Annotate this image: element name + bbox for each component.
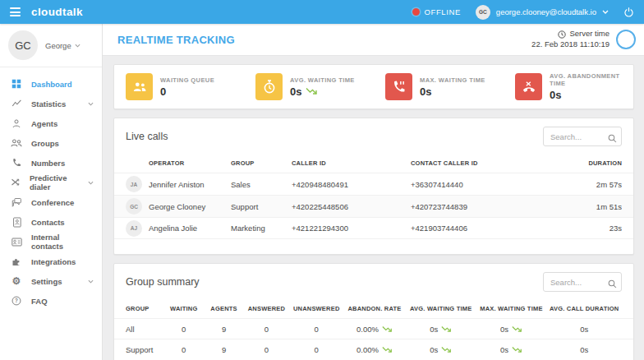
offline-dot-icon (412, 8, 420, 16)
sidebar-item-faq[interactable]: ? FAQ (0, 291, 102, 311)
group-name: All (126, 325, 163, 334)
sidebar-item-integrations[interactable]: Integrations (0, 252, 102, 271)
max-waiting-time: 0s (476, 345, 547, 354)
avg-waiting-time: 0s (406, 345, 476, 354)
sidebar-item-contacts[interactable]: Contacts (0, 212, 102, 232)
agents: 9 (205, 345, 244, 354)
agents: 9 (205, 325, 244, 334)
operator-name: Angelina Jolie (149, 224, 231, 233)
sidebar-item-internal-contacts[interactable]: Internal contacts (0, 232, 102, 252)
chevron-down-icon (602, 10, 609, 14)
user-name-dropdown[interactable]: George (45, 41, 80, 50)
avatar: JA (126, 176, 142, 192)
offline-label: OFFLINE (425, 7, 461, 16)
server-time-value: 22. Feb 2018 11:10:19 (531, 39, 610, 50)
sidebar: GC George Dashboard Statistics (0, 24, 103, 360)
col-abandon-rate: ABANDON. RATE (343, 305, 406, 312)
trend-down-icon (441, 325, 452, 333)
group-name: Support (126, 345, 163, 354)
chevron-down-icon (75, 44, 80, 48)
user-menu[interactable]: GC george.clooney@cloudtalk.io (476, 5, 609, 20)
live-calls-card: Live calls OPERATOR GROUP CALLER ID CO (113, 118, 634, 255)
faq-question-icon: ? (11, 296, 22, 306)
dashboard-icon (11, 79, 22, 89)
avatar: GC (8, 30, 38, 60)
server-time-label: Server time (569, 29, 610, 39)
sidebar-item-statistics[interactable]: Statistics (0, 94, 102, 113)
group-summary-title: Group summary (126, 276, 200, 288)
live-calls-title: Live calls (126, 131, 168, 142)
waiting: 0 (163, 325, 205, 334)
col-contact-caller-id: CONTACT CALLER ID (411, 159, 540, 167)
stat-waiting-queue: WAITING QUEUE 0 (114, 73, 244, 100)
phone-paused-icon (385, 73, 412, 100)
group-summary-search (543, 272, 622, 292)
sidebar-item-settings[interactable]: ⚙ Settings (0, 271, 102, 291)
contact-caller-id: +36307414440 (411, 180, 540, 189)
chevron-down-icon (88, 181, 94, 185)
server-time: Server time 22. Feb 2018 11:10:19 (531, 29, 610, 50)
sidebar-item-dashboard[interactable]: Dashboard (0, 74, 102, 94)
answered: 0 (244, 325, 290, 334)
avg-waiting-time: 0s (406, 325, 476, 334)
statistics-icon (11, 99, 22, 108)
user-email: george.clooney@cloudtalk.io (496, 7, 596, 16)
col-caller-id: CALLER ID (292, 159, 411, 167)
table-row: JA Jennifer Aniston Sales +420948480491 … (114, 173, 633, 195)
hamburger-menu-icon[interactable] (10, 7, 21, 16)
stat-value: 0 (160, 85, 214, 98)
duration: 23s (540, 224, 622, 233)
col-avg-waiting-time: AVG. WAITING TIME (406, 305, 476, 312)
trend-down-icon (512, 325, 522, 333)
sidebar-item-numbers[interactable]: Numbers (0, 153, 102, 173)
search-icon[interactable] (608, 132, 617, 146)
operator-name: Jennifer Aniston (149, 180, 231, 189)
avg-call-duration: 0s (546, 325, 622, 334)
col-avg-call-duration: AVG. CALL DURATION (546, 305, 622, 312)
stat-label: AVG. ABANDONMENT TIME (550, 72, 633, 87)
gear-icon: ⚙ (11, 276, 22, 286)
trend-down-icon (441, 346, 452, 353)
group-summary-table: GROUP WAITING AGENTS ANSWERED UNANSWERED… (114, 293, 633, 359)
avg-call-duration: 0s (546, 345, 622, 354)
table-row: All 0 9 0 0 0.00% 0s 0s 0s 0 (114, 318, 633, 339)
col-max-waiting-time: MAX. WAITING TIME (476, 305, 547, 312)
waiting-queue-icon (126, 73, 153, 100)
logout-power-icon[interactable] (623, 7, 634, 17)
stat-value: 0s (290, 85, 355, 98)
live-calls-search (543, 127, 622, 146)
clock-icon (558, 30, 566, 39)
caller-id: +420948480491 (292, 180, 411, 189)
internal-contacts-icon (11, 238, 22, 247)
stat-avg-abandonment-time: AVG. ABANDONMENT TIME 0s (504, 72, 633, 101)
sidebar-item-agents[interactable]: Agents (0, 113, 102, 133)
conference-icon (11, 197, 22, 207)
duration: 1m 51s (540, 202, 622, 211)
live-calls-table: OPERATOR GROUP CALLER ID CONTACT CALLER … (114, 148, 633, 254)
avatar: GC (126, 198, 142, 215)
sidebar-item-conference[interactable]: Conference (0, 192, 102, 212)
app-logo[interactable]: cloudtalk (31, 6, 83, 18)
table-header-row: OPERATOR GROUP CALLER ID CONTACT CALLER … (114, 148, 633, 173)
table-row: AJ Angelina Jolie Marketing +42122129430… (114, 217, 633, 239)
chevron-down-icon (88, 279, 94, 284)
trend-down-icon (382, 325, 393, 333)
sidebar-item-predictive-dialer[interactable]: Predictive dialer (0, 173, 102, 192)
page-title: REALTIME TRACKING (117, 34, 235, 46)
duration: 2m 57s (540, 180, 622, 189)
search-icon[interactable] (608, 277, 617, 292)
unanswered: 0 (289, 325, 343, 334)
numbers-phone-icon (11, 158, 22, 168)
abandon-rate: 0.00% (343, 325, 406, 334)
sidebar-item-groups[interactable]: Groups (0, 133, 102, 153)
user-avatar: GC (476, 5, 490, 20)
group-name: Marketing (231, 224, 292, 233)
app-window: cloudtalk OFFLINE GC george.clooney@clou… (0, 0, 644, 360)
col-answered: ANSWERED (244, 305, 290, 312)
main-area: REALTIME TRACKING Server time 22. Feb 20… (103, 24, 644, 360)
waiting: 0 (163, 345, 205, 354)
topbar: cloudtalk OFFLINE GC george.clooney@clou… (0, 0, 644, 24)
group-name: Sales (231, 180, 292, 189)
predictive-dialer-icon (11, 178, 21, 187)
contact-caller-id: +421903744406 (411, 224, 540, 233)
